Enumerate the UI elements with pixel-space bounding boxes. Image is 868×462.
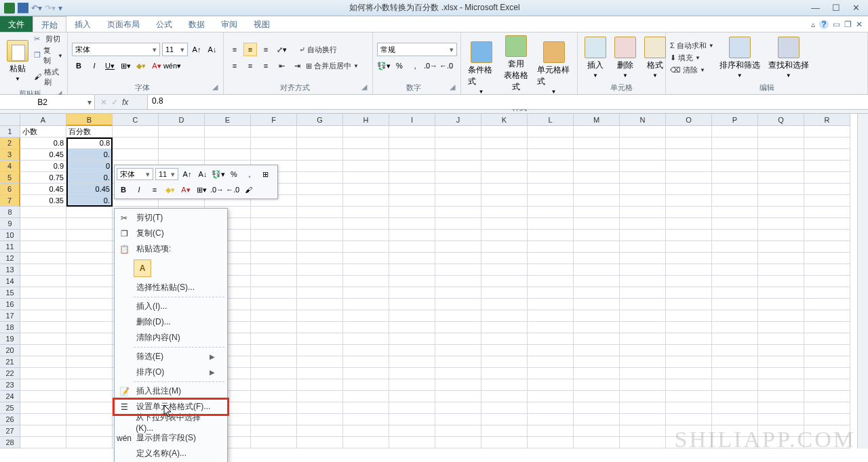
- cell-N28[interactable]: [620, 437, 666, 448]
- cell-F9[interactable]: [251, 218, 297, 230]
- mini-currency[interactable]: 💱▾: [212, 167, 225, 181]
- cell-N10[interactable]: [620, 230, 666, 241]
- col-header-H[interactable]: H: [343, 114, 389, 126]
- cell-I12[interactable]: [389, 253, 435, 264]
- cell-I17[interactable]: [389, 310, 435, 322]
- mini-size-combo[interactable]: 11▾: [155, 168, 178, 180]
- cell-M10[interactable]: [574, 230, 620, 241]
- col-header-B[interactable]: B: [66, 114, 113, 126]
- cell-Q8[interactable]: [758, 207, 804, 218]
- align-bottom-button[interactable]: ≡: [259, 43, 273, 56]
- cell-F2[interactable]: [251, 138, 297, 149]
- close-button[interactable]: ✕: [852, 3, 860, 13]
- tab-page-layout[interactable]: 页面布局: [99, 16, 148, 32]
- cell-P10[interactable]: [712, 230, 758, 241]
- cell-J16[interactable]: [435, 299, 481, 310]
- cell-G16[interactable]: [297, 299, 343, 310]
- decrease-font-button[interactable]: A↓: [205, 43, 219, 56]
- cell-B19[interactable]: [66, 333, 113, 345]
- cell-Q3[interactable]: [758, 149, 804, 161]
- cell-J17[interactable]: [435, 310, 481, 322]
- cell-P18[interactable]: [712, 322, 758, 333]
- cell-G7[interactable]: [297, 195, 343, 207]
- cell-M26[interactable]: [574, 414, 620, 425]
- cell-A22[interactable]: [20, 368, 66, 379]
- cell-R4[interactable]: [804, 161, 850, 172]
- cell-M11[interactable]: [574, 241, 620, 253]
- mini-font-color[interactable]: A▾: [179, 183, 193, 196]
- cell-P17[interactable]: [712, 310, 758, 322]
- col-header-C[interactable]: C: [113, 114, 159, 126]
- row-header-5[interactable]: 5: [0, 172, 20, 184]
- cell-A7[interactable]: 0.35: [20, 195, 66, 207]
- row-header-16[interactable]: 16: [0, 299, 20, 310]
- cell-R14[interactable]: [804, 276, 850, 287]
- cell-A15[interactable]: [20, 287, 66, 299]
- cell-N3[interactable]: [620, 149, 666, 161]
- cell-K11[interactable]: [481, 241, 528, 253]
- cell-Q11[interactable]: [758, 241, 804, 253]
- cell-O16[interactable]: [666, 299, 712, 310]
- cell-B15[interactable]: [66, 287, 113, 299]
- cell-G22[interactable]: [297, 368, 343, 379]
- cell-P22[interactable]: [712, 368, 758, 379]
- name-box-input[interactable]: [0, 98, 85, 107]
- cell-N4[interactable]: [620, 161, 666, 172]
- tab-file[interactable]: 文件: [0, 16, 33, 32]
- minimize-ribbon-icon[interactable]: ▵: [811, 20, 815, 29]
- cell-O20[interactable]: [666, 345, 712, 356]
- cell-J14[interactable]: [435, 276, 481, 287]
- cell-G3[interactable]: [297, 149, 343, 161]
- cell-Q4[interactable]: [758, 161, 804, 172]
- cell-F23[interactable]: [251, 379, 297, 391]
- cell-M24[interactable]: [574, 391, 620, 402]
- cell-N5[interactable]: [620, 172, 666, 184]
- cell-R1[interactable]: [804, 126, 850, 138]
- cell-B7[interactable]: 0.: [66, 195, 113, 207]
- cell-L10[interactable]: [528, 230, 574, 241]
- cell-L5[interactable]: [528, 172, 574, 184]
- col-header-G[interactable]: G: [297, 114, 343, 126]
- ctx-insert[interactable]: 插入(I)...: [115, 299, 227, 314]
- cell-I20[interactable]: [389, 345, 435, 356]
- cell-O17[interactable]: [666, 310, 712, 322]
- wrap-text-button[interactable]: ⤶自动换行: [299, 45, 337, 55]
- cell-A18[interactable]: [20, 322, 66, 333]
- dropdown-icon[interactable]: ▾: [450, 45, 454, 54]
- mini-font-combo[interactable]: 宋体▾: [117, 168, 153, 180]
- cell-G24[interactable]: [297, 391, 343, 402]
- cell-K23[interactable]: [481, 379, 528, 391]
- cell-P13[interactable]: [712, 264, 758, 276]
- cell-R15[interactable]: [804, 287, 850, 299]
- cell-P6[interactable]: [712, 184, 758, 195]
- cell-O12[interactable]: [666, 253, 712, 264]
- cell-B18[interactable]: [66, 322, 113, 333]
- cell-H27[interactable]: [343, 425, 389, 437]
- row-header-22[interactable]: 22: [0, 368, 20, 379]
- cell-Q24[interactable]: [758, 391, 804, 402]
- cell-G8[interactable]: [297, 207, 343, 218]
- cell-B23[interactable]: [66, 379, 113, 391]
- select-all-corner[interactable]: [0, 114, 20, 126]
- cell-F10[interactable]: [251, 230, 297, 241]
- col-header-Q[interactable]: Q: [758, 114, 804, 126]
- mini-border[interactable]: ⊞▾: [195, 183, 208, 196]
- cell-K24[interactable]: [481, 391, 528, 402]
- cell-G14[interactable]: [297, 276, 343, 287]
- cell-R5[interactable]: [804, 172, 850, 184]
- cell-G5[interactable]: [297, 172, 343, 184]
- dropdown-icon[interactable]: ▾: [153, 45, 157, 54]
- cell-H3[interactable]: [343, 149, 389, 161]
- cell-R9[interactable]: [804, 218, 850, 230]
- cell-H12[interactable]: [343, 253, 389, 264]
- mini-inc-decimal[interactable]: .0→: [210, 183, 224, 196]
- mini-dec-decimal[interactable]: ←.0: [226, 183, 239, 196]
- cell-O15[interactable]: [666, 287, 712, 299]
- cell-I10[interactable]: [389, 230, 435, 241]
- col-header-K[interactable]: K: [481, 114, 528, 126]
- clear-button[interactable]: ⌫清除▼: [670, 65, 714, 75]
- tab-home[interactable]: 开始: [33, 16, 66, 32]
- col-header-I[interactable]: I: [389, 114, 435, 126]
- tab-review[interactable]: 审阅: [213, 16, 245, 32]
- format-as-table-button[interactable]: 套用 表格格式▼: [500, 34, 532, 102]
